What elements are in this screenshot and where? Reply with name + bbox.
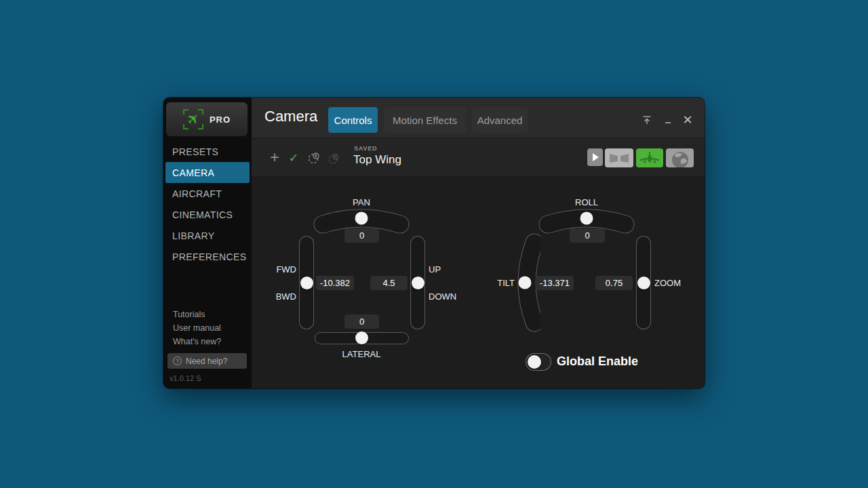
tutorials-link[interactable]: Tutorials: [163, 308, 252, 321]
lateral-value-field[interactable]: 0: [344, 314, 379, 329]
sidebar-item-aircraft[interactable]: AIRCRAFT: [163, 183, 252, 204]
preset-name: Top Wing: [353, 153, 401, 167]
tab-motion-effects[interactable]: Motion Effects: [384, 107, 466, 133]
global-enable-label: Global Enable: [557, 354, 638, 369]
help-icon: ?: [173, 357, 182, 365]
main-panel: Camera Controls Motion Effects Advanced …: [252, 98, 705, 388]
fwd-label: FWD: [256, 264, 296, 274]
sidebar-item-cinematics[interactable]: CINEMATICS: [163, 204, 252, 225]
dial-button-primary[interactable]: [305, 149, 323, 167]
zoom-value-field[interactable]: 0.75: [595, 276, 633, 290]
global-enable-toggle[interactable]: [526, 353, 551, 371]
check-icon: ✓: [288, 150, 298, 165]
plane-logo-icon: ✈: [183, 109, 203, 129]
need-help-label: Need help?: [186, 357, 227, 366]
sidebar: ✈ PRO PRESETS CAMERA AIRCRAFT CINEMATICS…: [163, 98, 252, 388]
pin-on-top-icon: [642, 115, 652, 125]
minimize-button[interactable]: –: [660, 113, 675, 127]
dial-icon: [328, 152, 340, 165]
dial-button-secondary[interactable]: [325, 150, 342, 167]
globe-view-button[interactable]: [666, 148, 694, 167]
sidebar-item-library[interactable]: LIBRARY: [163, 225, 252, 246]
zoom-label: ZOOM: [654, 278, 695, 288]
roll-knob[interactable]: [580, 212, 593, 225]
plus-icon: +: [270, 148, 279, 167]
sidebar-footer: Tutorials User manual What's new? ? Need…: [163, 308, 252, 388]
version-label: v1.0.12 S: [163, 369, 252, 388]
tilt-label: TILT: [474, 278, 515, 288]
play-icon: [593, 153, 599, 161]
cockpit-icon: [608, 151, 630, 165]
up-down-value-field[interactable]: 4.5: [370, 276, 408, 290]
global-enable-knob[interactable]: [528, 355, 541, 369]
sidebar-item-preferences[interactable]: PREFERENCES: [163, 246, 252, 267]
sidebar-item-presets[interactable]: PRESETS: [163, 141, 252, 162]
pin-on-top-button[interactable]: [639, 113, 654, 127]
cockpit-view-button[interactable]: [605, 148, 633, 167]
tilt-knob[interactable]: [519, 277, 532, 289]
pro-badge: PRO: [210, 115, 231, 125]
pan-knob[interactable]: [355, 212, 368, 225]
zoom-knob[interactable]: [637, 277, 650, 289]
user-manual-link[interactable]: User manual: [163, 321, 252, 335]
globe-icon: [666, 148, 694, 167]
dial-icon: [307, 151, 321, 165]
aircraft-view-button[interactable]: [636, 148, 663, 167]
page-title: Camera: [264, 108, 317, 125]
need-help-button[interactable]: ? Need help?: [167, 353, 247, 369]
title-bar: Camera Controls Motion Effects Advanced …: [252, 98, 705, 138]
confirm-button[interactable]: ✓: [285, 149, 302, 167]
tab-advanced[interactable]: Advanced: [472, 107, 528, 133]
bwd-label: BWD: [256, 291, 296, 302]
up-label: UP: [429, 264, 469, 274]
sidebar-item-camera[interactable]: CAMERA: [165, 162, 250, 183]
saved-status: SAVED: [354, 145, 377, 152]
down-label: DOWN: [429, 291, 469, 302]
close-button[interactable]: ✕: [680, 113, 695, 127]
up-down-knob[interactable]: [412, 277, 425, 289]
tab-controls[interactable]: Controls: [328, 107, 378, 133]
pan-value-field[interactable]: 0: [344, 228, 379, 243]
whats-new-link[interactable]: What's new?: [163, 335, 252, 348]
play-view-button[interactable]: [587, 148, 603, 166]
lateral-knob[interactable]: [355, 331, 368, 344]
fwd-bwd-knob[interactable]: [300, 277, 313, 289]
aircraft-front-icon: [639, 150, 660, 165]
tilt-value-field[interactable]: -13.371: [536, 276, 574, 290]
lateral-label: LATERAL: [313, 349, 410, 359]
app-logo: ✈ PRO: [166, 102, 248, 136]
add-preset-button[interactable]: +: [266, 148, 283, 166]
sidebar-nav: PRESETS CAMERA AIRCRAFT CINEMATICS LIBRA…: [163, 141, 252, 267]
roll-value-field[interactable]: 0: [570, 228, 605, 243]
fwd-bwd-value-field[interactable]: -10.382: [316, 276, 354, 290]
app-window: ✈ PRO PRESETS CAMERA AIRCRAFT CINEMATICS…: [163, 98, 705, 388]
